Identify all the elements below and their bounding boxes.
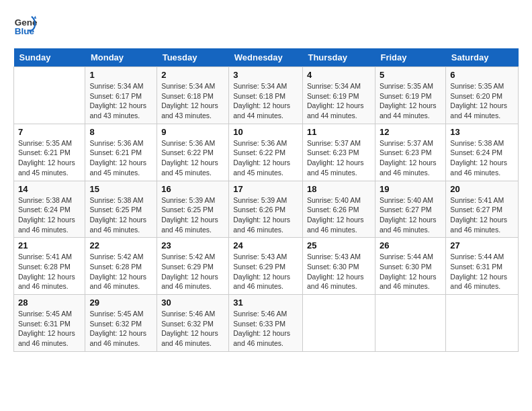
weekday-header-cell: Sunday (14, 48, 85, 67)
day-info: Sunrise: 5:40 AM Sunset: 6:27 PM Dayligh… (380, 195, 441, 235)
calendar-cell: 8Sunrise: 5:36 AM Sunset: 6:21 PM Daylig… (85, 124, 157, 181)
day-number: 29 (89, 298, 152, 308)
calendar-cell (375, 295, 445, 352)
calendar-cell: 29Sunrise: 5:45 AM Sunset: 6:32 PM Dayli… (85, 295, 157, 352)
weekday-header-cell: Monday (85, 48, 157, 67)
day-number: 20 (450, 184, 514, 194)
calendar-cell (446, 295, 519, 352)
weekday-header-cell: Thursday (302, 48, 375, 67)
day-number: 22 (89, 240, 152, 250)
weekday-header-cell: Friday (375, 48, 445, 67)
day-info: Sunrise: 5:38 AM Sunset: 6:25 PM Dayligh… (89, 195, 152, 235)
calendar-cell: 15Sunrise: 5:38 AM Sunset: 6:25 PM Dayli… (85, 181, 157, 238)
calendar-week-row: 28Sunrise: 5:45 AM Sunset: 6:31 PM Dayli… (14, 295, 519, 352)
day-info: Sunrise: 5:35 AM Sunset: 6:21 PM Dayligh… (18, 138, 81, 178)
day-number: 3 (233, 70, 298, 80)
day-number: 16 (161, 184, 224, 194)
day-info: Sunrise: 5:45 AM Sunset: 6:32 PM Dayligh… (89, 309, 152, 349)
day-number: 7 (18, 127, 81, 137)
day-number: 26 (380, 240, 441, 250)
day-info: Sunrise: 5:39 AM Sunset: 6:26 PM Dayligh… (233, 195, 298, 235)
day-info: Sunrise: 5:45 AM Sunset: 6:31 PM Dayligh… (18, 309, 81, 349)
calendar-week-row: 1Sunrise: 5:34 AM Sunset: 6:17 PM Daylig… (14, 67, 519, 124)
calendar-cell: 12Sunrise: 5:37 AM Sunset: 6:23 PM Dayli… (375, 124, 445, 181)
calendar-cell: 4Sunrise: 5:34 AM Sunset: 6:19 PM Daylig… (302, 67, 375, 124)
calendar-cell: 20Sunrise: 5:41 AM Sunset: 6:27 PM Dayli… (446, 181, 519, 238)
calendar-cell: 19Sunrise: 5:40 AM Sunset: 6:27 PM Dayli… (375, 181, 445, 238)
weekday-header-row: SundayMondayTuesdayWednesdayThursdayFrid… (14, 48, 519, 67)
calendar-week-row: 14Sunrise: 5:38 AM Sunset: 6:24 PM Dayli… (14, 181, 519, 238)
day-number: 12 (380, 127, 441, 137)
day-info: Sunrise: 5:36 AM Sunset: 6:21 PM Dayligh… (89, 138, 152, 178)
day-info: Sunrise: 5:42 AM Sunset: 6:29 PM Dayligh… (161, 252, 224, 291)
calendar-cell (302, 295, 375, 352)
page-header: General Blue (13, 13, 519, 38)
day-info: Sunrise: 5:37 AM Sunset: 6:23 PM Dayligh… (307, 138, 371, 178)
day-number: 19 (380, 184, 441, 194)
day-number: 9 (161, 127, 224, 137)
day-number: 13 (450, 127, 514, 137)
calendar-body: 1Sunrise: 5:34 AM Sunset: 6:17 PM Daylig… (14, 67, 519, 352)
day-info: Sunrise: 5:34 AM Sunset: 6:19 PM Dayligh… (307, 81, 371, 121)
day-info: Sunrise: 5:43 AM Sunset: 6:30 PM Dayligh… (307, 252, 371, 291)
day-info: Sunrise: 5:46 AM Sunset: 6:32 PM Dayligh… (161, 309, 224, 349)
day-number: 18 (307, 184, 371, 194)
weekday-header-cell: Wednesday (229, 48, 303, 67)
day-number: 15 (89, 184, 152, 194)
day-number: 23 (161, 240, 224, 250)
calendar-cell: 30Sunrise: 5:46 AM Sunset: 6:32 PM Dayli… (157, 295, 229, 352)
day-info: Sunrise: 5:37 AM Sunset: 6:23 PM Dayligh… (380, 138, 441, 178)
day-info: Sunrise: 5:41 AM Sunset: 6:27 PM Dayligh… (450, 195, 514, 235)
calendar-cell: 7Sunrise: 5:35 AM Sunset: 6:21 PM Daylig… (14, 124, 85, 181)
day-number: 28 (18, 298, 81, 308)
calendar-cell: 2Sunrise: 5:34 AM Sunset: 6:18 PM Daylig… (157, 67, 229, 124)
day-number: 8 (89, 127, 152, 137)
day-info: Sunrise: 5:46 AM Sunset: 6:33 PM Dayligh… (233, 309, 298, 349)
day-info: Sunrise: 5:36 AM Sunset: 6:22 PM Dayligh… (233, 138, 298, 178)
calendar-cell: 27Sunrise: 5:44 AM Sunset: 6:31 PM Dayli… (446, 238, 519, 295)
calendar-cell: 17Sunrise: 5:39 AM Sunset: 6:26 PM Dayli… (229, 181, 303, 238)
day-number: 31 (233, 298, 298, 308)
calendar-cell: 5Sunrise: 5:35 AM Sunset: 6:19 PM Daylig… (375, 67, 445, 124)
day-number: 24 (233, 240, 298, 250)
day-info: Sunrise: 5:34 AM Sunset: 6:18 PM Dayligh… (233, 81, 298, 121)
calendar-cell: 6Sunrise: 5:35 AM Sunset: 6:20 PM Daylig… (446, 67, 519, 124)
day-info: Sunrise: 5:38 AM Sunset: 6:24 PM Dayligh… (18, 195, 81, 235)
calendar-cell: 24Sunrise: 5:43 AM Sunset: 6:29 PM Dayli… (229, 238, 303, 295)
calendar-cell (14, 67, 85, 124)
calendar-cell: 26Sunrise: 5:44 AM Sunset: 6:30 PM Dayli… (375, 238, 445, 295)
day-number: 14 (18, 184, 81, 194)
logo: General Blue (13, 13, 38, 38)
day-number: 30 (161, 298, 224, 308)
calendar-cell: 25Sunrise: 5:43 AM Sunset: 6:30 PM Dayli… (302, 238, 375, 295)
day-info: Sunrise: 5:41 AM Sunset: 6:28 PM Dayligh… (18, 252, 81, 291)
calendar-cell: 22Sunrise: 5:42 AM Sunset: 6:28 PM Dayli… (85, 238, 157, 295)
calendar-cell: 1Sunrise: 5:34 AM Sunset: 6:17 PM Daylig… (85, 67, 157, 124)
calendar-cell: 28Sunrise: 5:45 AM Sunset: 6:31 PM Dayli… (14, 295, 85, 352)
logo-icon: General Blue (13, 13, 38, 38)
day-number: 25 (307, 240, 371, 250)
calendar-cell: 16Sunrise: 5:39 AM Sunset: 6:25 PM Dayli… (157, 181, 229, 238)
calendar-cell: 21Sunrise: 5:41 AM Sunset: 6:28 PM Dayli… (14, 238, 85, 295)
day-number: 1 (89, 70, 152, 80)
day-info: Sunrise: 5:35 AM Sunset: 6:19 PM Dayligh… (380, 81, 441, 121)
calendar-cell: 31Sunrise: 5:46 AM Sunset: 6:33 PM Dayli… (229, 295, 303, 352)
calendar-table: SundayMondayTuesdayWednesdayThursdayFrid… (13, 48, 519, 352)
day-number: 5 (380, 70, 441, 80)
calendar-cell: 13Sunrise: 5:38 AM Sunset: 6:24 PM Dayli… (446, 124, 519, 181)
calendar-cell: 3Sunrise: 5:34 AM Sunset: 6:18 PM Daylig… (229, 67, 303, 124)
weekday-header-cell: Saturday (446, 48, 519, 67)
day-info: Sunrise: 5:35 AM Sunset: 6:20 PM Dayligh… (450, 81, 514, 121)
day-number: 4 (307, 70, 371, 80)
day-number: 17 (233, 184, 298, 194)
calendar-cell: 10Sunrise: 5:36 AM Sunset: 6:22 PM Dayli… (229, 124, 303, 181)
day-info: Sunrise: 5:34 AM Sunset: 6:18 PM Dayligh… (161, 81, 224, 121)
calendar-cell: 18Sunrise: 5:40 AM Sunset: 6:26 PM Dayli… (302, 181, 375, 238)
day-number: 2 (161, 70, 224, 80)
day-number: 27 (450, 240, 514, 250)
calendar-cell: 9Sunrise: 5:36 AM Sunset: 6:22 PM Daylig… (157, 124, 229, 181)
day-info: Sunrise: 5:44 AM Sunset: 6:30 PM Dayligh… (380, 252, 441, 291)
day-number: 10 (233, 127, 298, 137)
calendar-cell: 11Sunrise: 5:37 AM Sunset: 6:23 PM Dayli… (302, 124, 375, 181)
day-info: Sunrise: 5:34 AM Sunset: 6:17 PM Dayligh… (89, 81, 152, 121)
